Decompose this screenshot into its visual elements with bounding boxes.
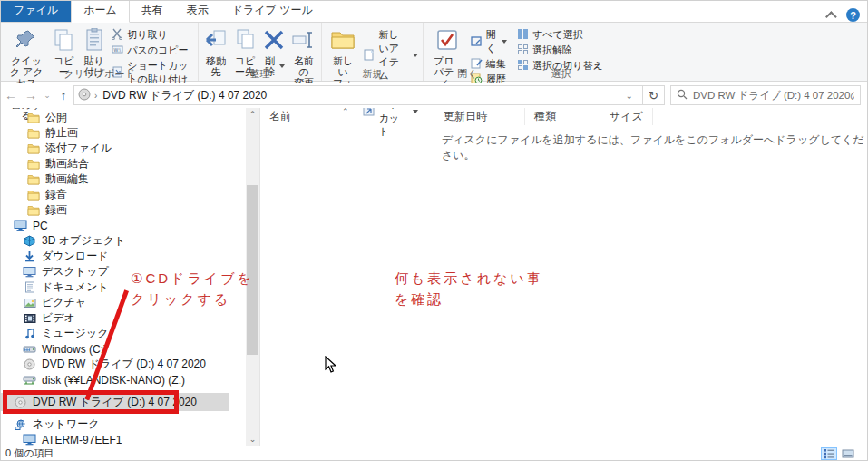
column-headers: ⌃ 名前更新日時種類サイズ — [260, 108, 867, 125]
up-icon[interactable]: ↑ — [54, 88, 73, 103]
document-icon — [23, 281, 36, 294]
sidebar-item-label: ネットワーク — [33, 417, 99, 432]
open-icon — [471, 35, 483, 49]
cube-icon — [23, 235, 36, 248]
sidebar-item-label: 公開 — [45, 110, 67, 125]
copy-to-icon — [234, 26, 256, 54]
clipboard-group-label: クリップボード — [1, 67, 198, 81]
sidebar-item-label: ビデオ — [42, 310, 75, 326]
sort-ascending-icon: ⌃ — [342, 107, 349, 116]
breadcrumb[interactable]: DVD RW ドライブ (D:) 4 07 2020 — [102, 88, 267, 103]
organize-group-label: 整理 — [199, 67, 321, 81]
network-drive-icon — [23, 374, 36, 387]
disc-icon — [23, 358, 36, 371]
pc-icon — [14, 220, 27, 232]
sidebar-item[interactable]: 公開 — [1, 110, 246, 125]
sidebar-item-label: disk (¥¥LANDISK-NANO) (Z:) — [42, 374, 185, 387]
sidebar-item-label: 静止画 — [45, 125, 78, 141]
move-to-icon — [205, 26, 227, 54]
column-header-1[interactable]: 更新日時 — [434, 108, 525, 125]
open-group-label: 開く — [424, 67, 512, 81]
pin-icon — [16, 26, 36, 54]
ribbon-group-select: すべて選択 選択解除 選択の切り替え 選択 — [512, 23, 610, 81]
sidebar-item[interactable]: Windows (C:) — [1, 341, 246, 357]
folder-icon — [26, 112, 40, 124]
rename-icon — [292, 26, 316, 54]
forward-icon[interactable]: → — [21, 88, 41, 103]
column-header-2[interactable]: 種類 — [525, 108, 600, 125]
sidebar-item[interactable]: disk (¥¥LANDISK-NANO) (Z:) — [1, 372, 246, 387]
large-icons-view-button[interactable] — [840, 447, 856, 460]
sidebar-item-label: 3D オブジェクト — [42, 233, 125, 249]
properties-icon — [436, 26, 458, 54]
details-view-button[interactable] — [821, 447, 837, 460]
sidebar-item[interactable]: ミュージック — [1, 326, 246, 341]
sidebar-item[interactable]: PC — [1, 218, 246, 233]
column-header-3[interactable]: サイズ — [600, 108, 653, 125]
folder-icon — [26, 142, 40, 155]
tab-home[interactable]: ホーム — [71, 0, 130, 23]
file-list-pane: ⌃ 名前更新日時種類サイズ ディスクにファイルを追加するには、ファイルをこのフォ… — [259, 108, 867, 446]
address-bar[interactable]: › DVD RW ドライブ (D:) 4 07 2020 ⌄ — [73, 85, 643, 105]
sidebar-item-label: ピクチャ — [42, 295, 86, 310]
ribbon-group-open: プロパティ 開く 編集 — [424, 23, 512, 81]
sidebar-item[interactable]: 添付ファイル — [1, 141, 246, 156]
sidebar-item[interactable]: 録画 — [1, 202, 246, 218]
help-icon[interactable]: ? — [846, 8, 860, 22]
scroll-up-icon[interactable]: ⌃ — [246, 108, 259, 121]
scroll-down-icon[interactable]: ⌄ — [246, 433, 259, 446]
status-bar: 0 個の項目 — [1, 446, 867, 460]
tab-view[interactable]: 表示 — [175, 0, 220, 22]
copy-path-label: パスのコピー — [127, 44, 188, 57]
sidebar-item-label: ダウンロード — [42, 249, 108, 264]
empty-folder-message: ディスクにファイルを追加するには、ファイルをこのフォルダーへドラッグしてください… — [442, 132, 867, 163]
tab-share[interactable]: 共有 — [130, 0, 175, 22]
sidebar-item[interactable]: ATERM-97EEF1 — [1, 432, 246, 446]
cut-button[interactable]: 切り取り — [110, 28, 195, 42]
cut-label: 切り取り — [127, 28, 168, 42]
sidebar-item-label: ATERM-97EEF1 — [42, 434, 122, 446]
collapse-ribbon-icon[interactable] — [825, 11, 837, 23]
tab-file[interactable]: ファイル — [1, 0, 71, 22]
select-group-label: 選択 — [512, 67, 610, 81]
select-none-icon — [517, 44, 529, 57]
folder-icon — [26, 127, 40, 140]
sidebar-item[interactable]: ダウンロード — [1, 249, 246, 264]
ribbon-group-new: 新しい フォルダー 新しいアイテム ショートカット — [322, 23, 424, 81]
mouse-cursor — [325, 356, 336, 377]
sidebar-item[interactable]: 録音 — [1, 187, 246, 202]
delete-icon — [263, 26, 285, 54]
ribbon-group-clipboard: クイック アクセス にピン留めする コピー 貼り付け 切り取 — [1, 23, 199, 81]
address-dropdown-icon[interactable]: ⌄ — [626, 91, 633, 101]
sidebar-item[interactable]: DVD RW ドライブ (D:) 4 07 2020 — [1, 357, 246, 372]
paste-icon — [84, 26, 104, 54]
recent-locations-icon[interactable]: ⌄ — [41, 91, 54, 100]
open-label: 開く — [486, 28, 496, 55]
select-none-button[interactable]: 選択解除 — [515, 44, 605, 57]
open-button[interactable]: 開く — [469, 28, 509, 55]
new-folder-icon — [330, 26, 356, 54]
sidebar-item[interactable]: 静止画 — [1, 125, 246, 141]
sidebar-item[interactable]: ネットワーク — [1, 417, 246, 432]
sidebar-item-label: DVD RW ドライブ (D:) 4 07 2020 — [42, 357, 206, 372]
select-all-label: すべて選択 — [532, 28, 583, 42]
sidebar-item[interactable]: 動画編集 — [1, 172, 246, 187]
sidebar-item[interactable]: ビデオ — [1, 310, 246, 326]
hdd-icon — [23, 343, 36, 356]
back-icon[interactable]: ← — [1, 88, 21, 103]
select-all-button[interactable]: すべて選択 — [515, 28, 605, 42]
search-input[interactable]: DVD RW ドライブ (D:) 4 07 2020の検索 — [670, 85, 861, 105]
sidebar-item-label: 添付ファイル — [45, 141, 112, 156]
video-icon — [23, 312, 36, 325]
sidebar-item[interactable]: 3D オブジェクト — [1, 233, 246, 249]
search-icon — [677, 89, 688, 103]
location-disc-icon — [78, 88, 91, 103]
svg-text:W:\: W:\ — [114, 47, 122, 53]
copy-path-button[interactable]: W:\ パスのコピー — [110, 44, 195, 57]
folder-icon — [26, 173, 40, 186]
refresh-button[interactable]: ↻ — [643, 85, 665, 105]
sidebar-item-label: 録画 — [45, 202, 67, 218]
sidebar-item[interactable]: 動画結合 — [1, 156, 246, 172]
path-icon: W:\ — [112, 44, 123, 57]
tab-drive-tools[interactable]: ドライブ ツール — [220, 0, 325, 22]
